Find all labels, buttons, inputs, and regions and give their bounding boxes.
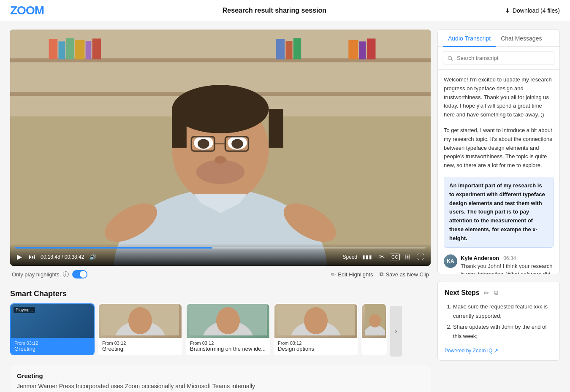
search-container xyxy=(438,47,559,70)
svg-rect-6 xyxy=(66,38,74,59)
svg-rect-7 xyxy=(75,40,84,59)
highlights-toggle[interactable] xyxy=(72,270,87,278)
next-steps-list: Make sure the requested feature xxx is c… xyxy=(445,302,553,341)
transcript-body: Welcome! I'm excited to update my resear… xyxy=(438,70,559,274)
chapter-thumb-4 xyxy=(274,304,357,338)
svg-point-46 xyxy=(448,56,451,59)
time-display: 00:18:48 / 00:38:42 xyxy=(41,254,84,260)
next-steps-copy-button[interactable]: ⧉ xyxy=(493,288,499,297)
highlights-toggle-area: Only play highlights i xyxy=(12,270,87,278)
toggle-knob xyxy=(80,271,87,278)
next-step-1: Make sure the requested feature xxx is c… xyxy=(453,302,553,321)
only-highlights-label: Only play highlights xyxy=(12,271,60,278)
transcript-para-2: To get started, I want to introduce a bi… xyxy=(444,126,554,170)
skip-button[interactable]: ⏭ xyxy=(27,252,37,262)
chapters-scroll: Playing... From 03:12 Greeting xyxy=(10,303,387,359)
svg-rect-11 xyxy=(286,41,293,59)
captions-button[interactable]: CC xyxy=(390,254,400,260)
external-link-icon-2: ↗ xyxy=(494,348,498,354)
chapter-info-3: From 03:12 Brainstorming on the new ide.… xyxy=(187,338,269,354)
search-input[interactable] xyxy=(443,51,554,65)
progress-bar[interactable] xyxy=(15,247,426,249)
info-icon: i xyxy=(63,271,69,277)
chapter-3-thumb-svg xyxy=(189,303,267,335)
chapter-info-4: From 03:12 Design options xyxy=(274,338,357,354)
greeting-section: Greeting Jenmar Warner Press Incorporate… xyxy=(10,365,431,392)
zoom-logo: zoom xyxy=(10,4,44,17)
highlights-actions: ✏ Edit Highlights ⧉ Save as New Clip xyxy=(331,271,429,278)
powered-zoom-link[interactable]: Powered by Zoom IQ ↗ xyxy=(445,348,498,354)
svg-point-30 xyxy=(214,156,226,164)
greeting-text: Jenmar Warner Press Incorporated uses Zo… xyxy=(17,383,424,389)
play-button[interactable]: ▶ xyxy=(15,252,24,262)
header: zoom Research result sharing session ⬇ D… xyxy=(0,0,570,21)
tab-chat-messages[interactable]: Chat Messages xyxy=(496,30,547,47)
grid-button[interactable]: ⊞ xyxy=(403,252,412,262)
next-steps-panel: Next Steps ✏ ⧉ Make sure the requested f… xyxy=(437,281,560,361)
chapter-card-4[interactable]: From 03:12 Design options xyxy=(274,303,358,355)
scissors-button[interactable]: ✂ xyxy=(377,252,386,262)
speed-bars-icon[interactable]: ▮▮▮ xyxy=(361,253,374,261)
transcript-panel: Audio Transcript Chat Messages Welcome! … xyxy=(437,30,560,274)
transcript-highlight: An important part of my research is to e… xyxy=(444,177,554,248)
next-step-2: Share updates with John by the end of th… xyxy=(453,322,553,341)
svg-rect-21 xyxy=(269,109,283,148)
chapter-from-2: From 03:12 xyxy=(102,341,178,346)
edit-icon: ✏ xyxy=(331,271,336,278)
svg-point-39 xyxy=(216,307,240,334)
next-steps-title: Next Steps xyxy=(445,289,480,297)
video-thumbnail xyxy=(10,30,431,266)
svg-rect-10 xyxy=(276,39,285,59)
svg-rect-14 xyxy=(359,41,366,59)
chapter-card-1[interactable]: Playing... From 03:12 Greeting xyxy=(10,303,95,355)
svg-rect-8 xyxy=(86,41,92,59)
greeting-title: Greeting xyxy=(17,372,424,379)
edit-highlights-button[interactable]: ✏ Edit Highlights xyxy=(331,271,373,278)
chapter-card-3[interactable]: From 03:12 Brainstorming on the new ide.… xyxy=(186,303,270,355)
below-video-row: Only play highlights i ✏ Edit Highlights… xyxy=(10,266,431,283)
svg-point-24 xyxy=(198,139,209,149)
next-steps-edit-button[interactable]: ✏ xyxy=(483,289,490,297)
smart-chapters-title: Smart Chapters xyxy=(10,289,431,298)
chapter-card-5[interactable] xyxy=(361,303,387,355)
chapter-name-4: Design options xyxy=(278,346,354,352)
reply-row: KA Kyle Anderson 06:34 Thank you John! I… xyxy=(444,254,554,274)
chapter-name-3: Brainstorming on the new ide... xyxy=(190,346,266,352)
save-clip-button[interactable]: ⧉ Save as New Clip xyxy=(380,271,429,278)
chapter-next-button[interactable]: › xyxy=(390,306,402,357)
svg-point-45 xyxy=(369,314,381,327)
volume-button[interactable]: 🔊 xyxy=(87,253,98,261)
left-panel: ▶ ⏭ 00:18:48 / 00:38:42 🔊 Speed ▮▮▮ ✂ CC… xyxy=(10,30,431,392)
copy-icon: ⧉ xyxy=(494,289,498,296)
powered-zoom-right: Powered by Zoom IQ ↗ xyxy=(445,343,553,354)
progress-fill xyxy=(15,247,212,249)
edit-icon-2: ✏ xyxy=(484,289,489,296)
chapter-name-1: Greeting xyxy=(14,346,90,352)
chapter-info-2: From 03:12 Greeting: xyxy=(99,338,182,354)
playing-badge: Playing... xyxy=(14,307,35,313)
svg-line-47 xyxy=(451,59,453,60)
svg-rect-5 xyxy=(58,41,65,59)
download-button[interactable]: ⬇ Download (4 files) xyxy=(505,7,560,14)
next-steps-header: Next Steps ✏ ⧉ xyxy=(445,288,553,297)
chapter-card-2[interactable]: From 03:12 Greeting: xyxy=(98,303,182,355)
chapter-thumb-1: Playing... xyxy=(11,304,94,338)
video-controls: ▶ ⏭ 00:18:48 / 00:38:42 🔊 Speed ▮▮▮ ✂ CC… xyxy=(10,243,431,266)
tab-audio-transcript[interactable]: Audio Transcript xyxy=(443,30,496,47)
chapter-thumb-5 xyxy=(362,304,387,338)
reply-name: Kyle Anderson xyxy=(461,255,499,261)
chapter-2-thumb-svg xyxy=(101,303,179,335)
chapter-from-4: From 03:12 xyxy=(278,341,354,346)
chapter-thumb-2 xyxy=(99,304,182,338)
speed-label: Speed xyxy=(342,254,357,260)
chapter-name-2: Greeting: xyxy=(102,346,178,352)
fullscreen-button[interactable]: ⛶ xyxy=(415,252,426,262)
transcript-para-1: Welcome! I'm excited to update my resear… xyxy=(444,76,554,119)
chapter-from-3: From 03:12 xyxy=(190,341,266,346)
right-panel: Audio Transcript Chat Messages Welcome! … xyxy=(437,30,560,392)
download-icon: ⬇ xyxy=(505,7,510,14)
chapter-thumb-3 xyxy=(187,304,269,338)
reply-text: Thank you John! I think your research is… xyxy=(461,262,554,274)
panel-tabs: Audio Transcript Chat Messages xyxy=(438,30,559,47)
chapter-4-thumb-svg xyxy=(277,303,355,335)
